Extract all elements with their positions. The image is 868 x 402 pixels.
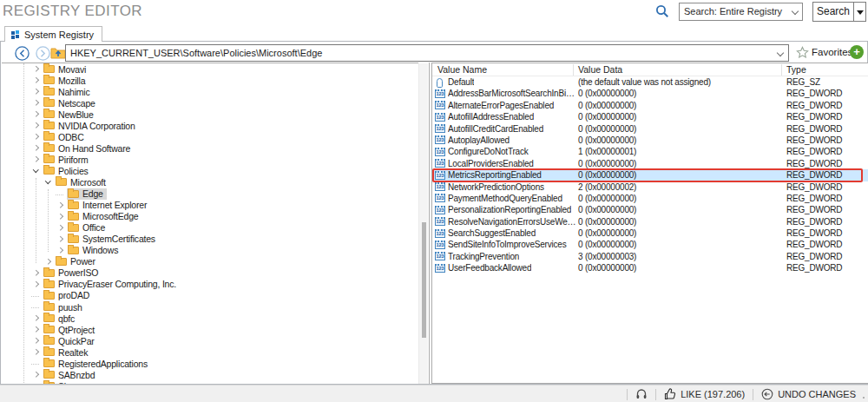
tree-item[interactable]: Office xyxy=(2,222,418,234)
tree-item[interactable]: Netscape xyxy=(2,97,418,109)
chevron-right-icon[interactable] xyxy=(31,154,43,165)
tree-item[interactable]: On Hand Software xyxy=(2,142,418,154)
value-data: 0 (0x00000000) xyxy=(578,135,636,145)
tree-item[interactable]: QtProject xyxy=(2,324,418,335)
tree-item[interactable]: Realtek xyxy=(2,346,418,358)
chevron-right-icon[interactable] xyxy=(31,279,43,290)
tree-item[interactable]: proDAD xyxy=(2,290,418,301)
tree-item[interactable]: MicrosoftEdge xyxy=(2,211,418,222)
address-bar[interactable]: HKEY_CURRENT_USER\Software\Policies\Micr… xyxy=(65,44,789,62)
tree-item[interactable]: Movavi xyxy=(2,63,418,75)
value-name: TrackingPrevention xyxy=(448,252,519,261)
chevron-down-icon[interactable] xyxy=(43,176,55,188)
tree-item[interactable]: PrivacyEraser Computing, Inc. xyxy=(2,279,418,290)
chevron-right-icon[interactable] xyxy=(31,335,43,346)
tree-item[interactable]: Power xyxy=(2,256,418,267)
value-row[interactable]: 123AutofillCreditCardEnabled0 (0x0000000… xyxy=(432,123,868,135)
value-row[interactable]: 123NetworkPredictionOptions2 (0x00000002… xyxy=(432,181,868,193)
chevron-right-icon[interactable] xyxy=(31,131,43,142)
tree-item[interactable]: Microsoft xyxy=(2,176,418,188)
chevron-right-icon[interactable] xyxy=(56,245,67,256)
tab-system-registry[interactable]: System Registry xyxy=(4,26,102,42)
value-row[interactable]: 123AddressBarMicrosoftSearchInBingPr...0… xyxy=(432,88,868,99)
reg-sz-icon xyxy=(437,78,443,88)
value-row[interactable]: 123SearchSuggestEnabled0 (0x00000000)REG… xyxy=(432,227,868,239)
value-row[interactable]: 123UserFeedbackAllowed0 (0x00000000)REG_… xyxy=(432,262,868,273)
back-button[interactable] xyxy=(15,46,30,61)
chevron-right-icon[interactable] xyxy=(56,222,67,234)
value-data: 2 (0x00000002) xyxy=(578,182,636,192)
tree-item[interactable]: Piriform xyxy=(2,154,418,165)
chevron-right-icon[interactable] xyxy=(43,256,55,267)
forward-button[interactable] xyxy=(36,46,50,61)
like-button[interactable]: LIKE (197.206) xyxy=(664,388,745,400)
resize-grip[interactable] xyxy=(859,393,866,400)
folder-icon xyxy=(56,258,67,266)
column-header-type[interactable]: Type xyxy=(786,64,806,75)
tree-item[interactable]: NewBlue xyxy=(2,109,418,120)
chevron-right-icon[interactable] xyxy=(31,75,43,86)
chevron-right-icon[interactable] xyxy=(31,324,43,335)
chevron-right-icon[interactable] xyxy=(31,97,43,109)
undo-changes-button[interactable]: UNDO CHANGES xyxy=(761,388,856,400)
tree-item[interactable]: QuickPar xyxy=(2,335,418,346)
tree-stub xyxy=(56,188,67,200)
list-header: Value Name Value Data Type xyxy=(432,63,868,76)
chevron-right-icon[interactable] xyxy=(31,109,43,120)
chevron-right-icon[interactable] xyxy=(56,211,67,222)
tree-item[interactable]: PowerISO xyxy=(2,267,418,279)
tree-item[interactable]: Nahimic xyxy=(2,86,418,97)
favorites-label[interactable]: Favorites xyxy=(812,47,852,57)
search-scope-select[interactable]: Search: Entire Registry xyxy=(679,3,803,21)
value-row[interactable]: 123TrackingPrevention3 (0x00000003)REG_D… xyxy=(432,251,868,262)
tree-item[interactable]: Internet Explorer xyxy=(2,200,418,211)
chevron-right-icon[interactable] xyxy=(31,313,43,324)
tree-item[interactable]: qbfc xyxy=(2,313,418,324)
chevron-right-icon[interactable] xyxy=(31,369,43,380)
value-row[interactable]: 123LocalProvidersEnabled0 (0x00000000)RE… xyxy=(432,158,868,169)
chevron-right-icon[interactable] xyxy=(31,142,43,154)
value-row[interactable]: 123AutofillAddressEnabled0 (0x00000000)R… xyxy=(432,111,868,122)
tree-scrollbar[interactable] xyxy=(418,63,428,384)
add-favorite-button[interactable]: + xyxy=(850,45,864,59)
column-separator[interactable] xyxy=(781,64,782,76)
value-row[interactable]: 123MetricsReportingEnabled0 (0x00000000)… xyxy=(432,169,868,181)
tree-item[interactable]: Windows xyxy=(2,245,418,256)
tree-item[interactable]: RegisteredApplications xyxy=(2,358,418,369)
chevron-right-icon[interactable] xyxy=(56,200,67,211)
column-separator[interactable] xyxy=(573,64,574,76)
value-row[interactable]: 123ResolveNavigationErrorsUseWebSer...0 … xyxy=(432,216,868,227)
tree-item[interactable]: SystemCertificates xyxy=(2,234,418,245)
value-row[interactable]: 123SendSiteInfoToImproveServices0 (0x000… xyxy=(432,239,868,250)
value-row[interactable]: 123PaymentMethodQueryEnabled0 (0x0000000… xyxy=(432,193,868,204)
tree-item[interactable]: NVIDIA Corporation xyxy=(2,120,418,131)
value-row[interactable]: 123AutoplayAllowed0 (0x00000000)REG_DWOR… xyxy=(432,135,868,146)
column-header-value-name[interactable]: Value Name xyxy=(437,64,487,75)
value-row[interactable]: 123PersonalizationReportingEnabled0 (0x0… xyxy=(432,204,868,215)
value-row[interactable]: Default(the default value was not assign… xyxy=(432,76,868,88)
tree-item[interactable]: Policies xyxy=(2,165,418,176)
value-row[interactable]: 123AlternateErrorPagesEnabled0 (0x000000… xyxy=(432,100,868,111)
tree-item[interactable]: ODBC xyxy=(2,131,418,142)
reg-dword-icon: 123 xyxy=(435,229,445,238)
tree-item[interactable]: Sharman xyxy=(2,380,418,384)
chevron-right-icon[interactable] xyxy=(31,346,43,358)
column-header-value-data[interactable]: Value Data xyxy=(578,64,622,75)
chevron-right-icon[interactable] xyxy=(56,234,67,245)
favorites-star-icon[interactable] xyxy=(796,46,809,59)
support-headphones-button[interactable] xyxy=(635,388,648,400)
chevron-right-icon[interactable] xyxy=(31,86,43,97)
tree-item[interactable]: Mozilla xyxy=(2,75,418,86)
tree-item[interactable]: puush xyxy=(2,301,418,313)
search-icon xyxy=(655,4,669,18)
value-row[interactable]: 123ConfigureDoNotTrack1 (0x00000001)REG_… xyxy=(432,146,868,157)
chevron-right-icon[interactable] xyxy=(31,120,43,131)
search-options-dropdown-button[interactable] xyxy=(853,2,866,22)
chevron-right-icon[interactable] xyxy=(31,267,43,279)
tree-item[interactable]: SABnzbd xyxy=(2,369,418,380)
tree-item[interactable]: Edge xyxy=(2,188,418,200)
chevron-down-icon[interactable] xyxy=(31,165,43,176)
tree-scrollbar-thumb[interactable] xyxy=(422,222,426,338)
chevron-right-icon[interactable] xyxy=(31,63,43,75)
search-button[interactable]: Search xyxy=(812,2,853,22)
